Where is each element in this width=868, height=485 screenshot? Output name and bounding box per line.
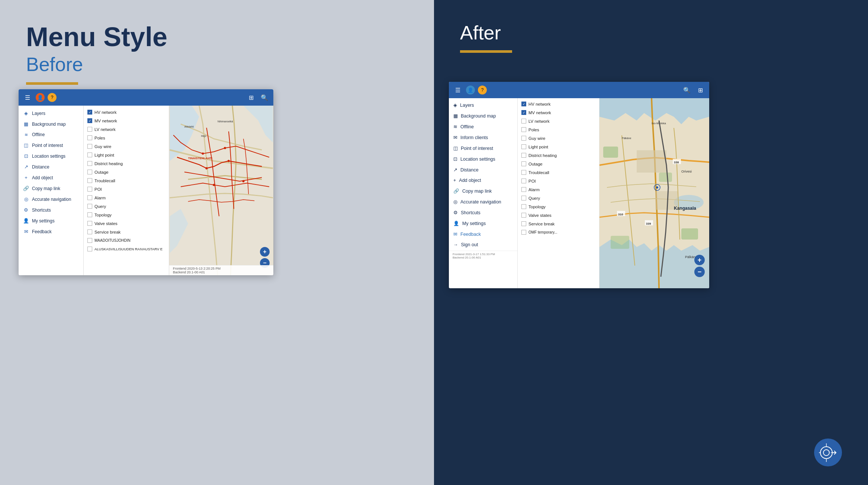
after-search-icon[interactable]: 🔍 [682,85,692,95]
after-user-icon[interactable]: 👤 [466,86,475,94]
after-layer-light[interactable]: Light point [518,142,599,151]
after-layer-trouble[interactable]: Troublecall [518,168,599,177]
svg-rect-15 [681,228,698,240]
svg-point-2 [224,147,226,149]
layer-guy-wire[interactable]: Guy wire [84,142,169,151]
after-add[interactable]: +Add object [449,175,517,186]
svg-rect-16 [611,236,629,249]
menu-icon[interactable]: ☰ [22,92,33,103]
after-layer-valve[interactable]: Valve states [518,211,599,219]
layer-light[interactable]: Light point [84,151,169,159]
layer-troublecall[interactable]: Troublecall [84,176,169,185]
before-toolbar: ☰ 👤 ? ⊞ 🔍 [19,89,273,106]
layer-mv[interactable]: ✓MV network [84,116,169,125]
after-copy[interactable]: 🔗Copy map link [449,186,517,196]
after-layer-query[interactable]: Query [518,194,599,202]
user-icon[interactable]: 👤 [36,93,45,102]
svg-text:Kangasala: Kangasala [674,206,696,211]
svg-point-6 [242,180,245,182]
svg-point-36 [823,450,829,456]
svg-text:Nihimanselkä: Nihimanselkä [218,120,233,123]
after-layer-poles[interactable]: Poles [518,125,599,134]
svg-text:Pälkäne: Pälkäne [622,137,631,139]
after-sidebar: ◈Layers ▦Background map ≋Offline ✉Inform… [449,98,518,288]
sidebar-feedback[interactable]: ✉Feedback [19,226,83,237]
layer-hv[interactable]: ✓HV network [84,108,169,116]
before-gold-line [26,82,78,85]
svg-point-3 [205,167,208,170]
after-grid-icon[interactable]: ⊞ [695,85,705,95]
layer-valve[interactable]: Valve states [84,219,169,228]
after-help-icon[interactable]: ? [478,86,487,94]
svg-point-1 [202,152,204,155]
after-layer-alarm[interactable]: Alarm [518,185,599,194]
search-icon[interactable]: 🔍 [259,92,270,103]
after-map: 338 338 310 310 339 339 Kangasala Orives… [599,98,709,288]
sidebar-distance[interactable]: ↗Distance [19,161,83,172]
sidebar-offline[interactable]: ≋Offline [19,129,83,140]
after-distance[interactable]: ↗Distance [449,164,517,175]
layer-lv[interactable]: LV network [84,125,169,134]
layer-maadoitus[interactable]: MAADOITUSJOHDIN [84,236,169,245]
left-panel: Menu Style Before ☰ 👤 ? ⊞ 🔍 ◈Layers ▦Bac… [0,0,434,485]
layer-service[interactable]: Service break [84,228,169,236]
layer-district[interactable]: District heating [84,159,169,168]
after-feedback[interactable]: ✉Feedback [449,229,517,240]
after-nav[interactable]: ◎Accurate navigation [449,196,517,207]
after-layer-mv[interactable]: ✓MV network [518,108,599,117]
sidebar-shortcuts[interactable]: ⚙Shortcuts [19,205,83,215]
before-sidebar: ◈Layers ▦Background map ≋Offline ◫Point … [19,106,84,275]
after-layer-poi[interactable]: POI [518,177,599,185]
after-settings[interactable]: 👤My settings [449,218,517,229]
after-inform[interactable]: ✉Inform clients [449,132,517,143]
svg-text:310: 310 [618,213,623,216]
before-layers-panel: ✓HV network ✓MV network LV network Poles… [84,106,169,275]
before-body: ◈Layers ▦Background map ≋Offline ◫Point … [19,106,273,275]
layer-poi[interactable]: POI [84,185,169,193]
layer-alus[interactable]: ALUSKASVILLISUUDEN RAIVAUSTARV E [84,245,169,253]
layer-outage[interactable]: Outage [84,168,169,176]
layer-topology[interactable]: Topology [84,211,169,219]
svg-point-35 [820,447,832,459]
sidebar-settings[interactable]: 👤My settings [19,215,83,226]
sidebar-add[interactable]: +Add object [19,172,83,183]
after-location[interactable]: ⊡Location settings [449,154,517,164]
after-layer-topology[interactable]: Topology [518,202,599,211]
after-layer-outage[interactable]: Outage [518,160,599,168]
after-title: After [460,22,842,44]
svg-text:Hepi: Hepi [201,135,206,138]
sidebar-background-map[interactable]: ▦Background map [19,119,83,129]
after-signout[interactable]: →Sign out [449,240,517,250]
after-layer-hv[interactable]: ✓HV network [518,100,599,108]
after-layer-district[interactable]: District heating [518,151,599,160]
after-toolbar: ☰ 👤 ? 🔍 ⊞ [449,82,709,98]
after-shortcuts[interactable]: ⚙Shortcuts [449,207,517,218]
sidebar-layers[interactable]: ◈Layers [19,108,83,119]
layer-query[interactable]: Query [84,202,169,211]
after-poi[interactable]: ◫Point of interest [449,143,517,154]
sidebar-nav[interactable]: ◎Accurate navigation [19,194,83,205]
help-icon[interactable]: ? [48,93,57,102]
sidebar-location[interactable]: ⊡Location settings [19,151,83,161]
svg-rect-14 [659,173,672,182]
after-offline[interactable]: ≋Offline [449,121,517,132]
after-layer-service[interactable]: Service break [518,219,599,228]
after-layer-omf[interactable]: OMF temporary... [518,228,599,237]
sidebar-poi[interactable]: ◫Point of interest [19,140,83,151]
svg-text:338: 338 [674,161,679,164]
svg-point-5 [213,184,215,186]
after-layers-panel: ✓HV network ✓MV network LV network Poles… [518,98,599,288]
before-map: Nihimanselkä Attolahti Hepi TINAISTENLAH… [169,106,273,275]
after-menu-icon[interactable]: ☰ [453,85,463,95]
grid-icon[interactable]: ⊞ [246,92,256,103]
after-browser: ☰ 👤 ? 🔍 ⊞ ◈Layers ▦Background map ≋Offli… [449,82,709,288]
after-layers[interactable]: ◈Layers [449,100,517,110]
after-layer-guy[interactable]: Guy wire [518,134,599,142]
after-body: ◈Layers ▦Background map ≋Offline ✉Inform… [449,98,709,288]
layer-alarm[interactable]: Alarm [84,193,169,202]
sidebar-copy[interactable]: 🔗Copy map link [19,183,83,194]
after-layer-lv[interactable]: LV network [518,117,599,125]
after-bgmap[interactable]: ▦Background map [449,110,517,121]
layer-poles[interactable]: Poles [84,134,169,142]
svg-rect-17 [637,150,666,173]
